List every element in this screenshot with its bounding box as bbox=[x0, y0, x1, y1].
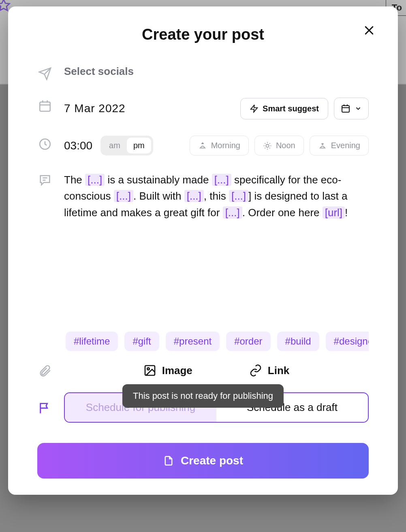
svg-rect-7 bbox=[342, 106, 349, 112]
create-post-modal: Create your post Select socials 7 Mar 20… bbox=[8, 6, 398, 495]
paperclip-icon bbox=[37, 363, 53, 379]
post-content[interactable]: The [...] is a sustainably made [...] sp… bbox=[64, 172, 369, 221]
modal-title: Create your post bbox=[37, 26, 369, 43]
svg-line-20 bbox=[265, 148, 265, 148]
svg-rect-3 bbox=[40, 102, 50, 111]
morning-chip[interactable]: Morning bbox=[190, 136, 249, 155]
attachment-row: Image Link This post is not ready for pu… bbox=[37, 362, 369, 379]
flag-icon bbox=[37, 400, 53, 416]
text: , this bbox=[204, 190, 229, 202]
noon-label: Noon bbox=[276, 141, 295, 150]
evening-chip[interactable]: Evening bbox=[310, 136, 369, 155]
link-label: Link bbox=[268, 364, 289, 377]
close-button[interactable] bbox=[363, 24, 375, 36]
select-socials-button[interactable]: Select socials bbox=[64, 65, 134, 78]
smart-suggest-label: Smart suggest bbox=[263, 104, 319, 113]
calendar-icon bbox=[37, 98, 53, 114]
date-display[interactable]: 7 Mar 2022 bbox=[64, 102, 235, 115]
ampm-toggle: am pm bbox=[100, 136, 153, 155]
link-icon bbox=[249, 364, 262, 377]
text: . Order one here bbox=[242, 206, 323, 219]
attach-link-button[interactable]: Link bbox=[249, 364, 289, 377]
pm-option[interactable]: pm bbox=[127, 138, 151, 153]
placeholder-token[interactable]: [...] bbox=[212, 174, 231, 186]
hashtag-chip[interactable]: #order bbox=[226, 332, 270, 351]
message-icon bbox=[37, 172, 53, 188]
placeholder-token[interactable]: [...] bbox=[229, 190, 248, 202]
file-icon bbox=[163, 455, 174, 466]
time-display[interactable]: 03:00 bbox=[64, 139, 92, 152]
date-row: 7 Mar 2022 Smart suggest bbox=[37, 98, 369, 119]
image-icon bbox=[143, 364, 156, 377]
placeholder-token[interactable]: [...] bbox=[114, 190, 133, 202]
am-option[interactable]: am bbox=[103, 138, 127, 153]
hashtag-chip[interactable]: #designed bbox=[326, 332, 369, 351]
text: ! bbox=[345, 206, 348, 219]
hashtag-chip[interactable]: #lifetime bbox=[66, 332, 118, 351]
placeholder-token[interactable]: [...] bbox=[223, 206, 242, 219]
time-row: 03:00 am pm Morning Noon Evening bbox=[37, 136, 369, 155]
sunrise-icon bbox=[198, 141, 207, 150]
date-picker-button[interactable] bbox=[334, 98, 369, 119]
hashtag-chip[interactable]: #build bbox=[277, 332, 319, 351]
svg-line-21 bbox=[269, 143, 270, 143]
svg-line-18 bbox=[265, 143, 265, 143]
text: is a sustainably made bbox=[105, 174, 212, 186]
image-label: Image bbox=[162, 364, 192, 377]
sun-icon bbox=[263, 141, 272, 150]
hashtag-suggestions: #lifetime #gift #present #order #build #… bbox=[37, 330, 369, 351]
content-row: The [...] is a sustainably made [...] sp… bbox=[37, 172, 369, 221]
text: . Built with bbox=[133, 190, 184, 202]
svg-point-13 bbox=[266, 144, 269, 147]
hashtag-chip[interactable]: #present bbox=[166, 332, 220, 351]
chevron-down-icon bbox=[355, 105, 362, 112]
placeholder-token[interactable]: [...] bbox=[184, 190, 204, 202]
not-ready-tooltip: This post is not ready for publishing bbox=[122, 384, 284, 408]
placeholder-token[interactable]: [...] bbox=[85, 174, 105, 186]
url-token[interactable]: [url] bbox=[323, 206, 345, 219]
attach-image-button[interactable]: Image bbox=[143, 364, 192, 377]
socials-row: Select socials bbox=[37, 65, 369, 81]
morning-label: Morning bbox=[211, 141, 240, 150]
noon-chip[interactable]: Noon bbox=[254, 136, 304, 155]
svg-point-26 bbox=[147, 368, 149, 370]
sunset-icon bbox=[318, 141, 327, 150]
hashtag-chip[interactable]: #gift bbox=[124, 332, 159, 351]
smart-suggest-button[interactable]: Smart suggest bbox=[240, 98, 328, 119]
create-post-button[interactable]: Create post bbox=[37, 443, 369, 479]
text: The bbox=[64, 174, 85, 186]
create-post-label: Create post bbox=[181, 454, 243, 467]
svg-line-19 bbox=[269, 148, 270, 148]
send-icon bbox=[37, 66, 53, 81]
evening-label: Evening bbox=[331, 141, 360, 150]
clock-icon bbox=[37, 136, 53, 152]
